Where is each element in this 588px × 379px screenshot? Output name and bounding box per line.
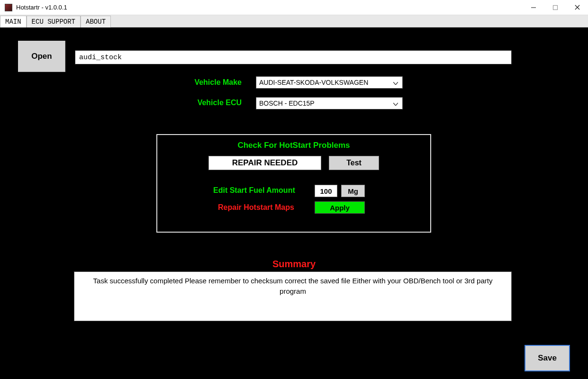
hotstart-group-title: Check For HotStart Problems — [157, 141, 430, 150]
window-title: Hotstartr - v1.0.0.1 — [16, 4, 67, 11]
vehicle-ecu-select[interactable]: BOSCH - EDC15P — [256, 97, 403, 109]
summary-title: Summary — [0, 259, 588, 270]
chevron-down-icon — [392, 99, 399, 107]
tab-strip: MAIN ECU SUPPORT ABOUT — [0, 15, 588, 27]
titlebar: Hotstartr - v1.0.0.1 — [0, 0, 588, 15]
apply-button[interactable]: Apply — [315, 201, 365, 214]
chevron-down-icon — [392, 79, 399, 86]
hotstart-group: Check For HotStart Problems REPAIR NEEDE… — [156, 134, 431, 233]
vehicle-ecu-value: BOSCH - EDC15P — [259, 99, 392, 107]
vehicle-make-label: Vehicle Make — [142, 78, 242, 87]
file-path-input[interactable] — [75, 50, 512, 64]
vehicle-make-value: AUDI-SEAT-SKODA-VOLKSWAGEN — [259, 79, 392, 86]
window-controls — [523, 0, 588, 15]
edit-fuel-label: Edit Start Fuel Amount — [213, 186, 295, 195]
summary-text: Task successfully completed Please remem… — [74, 271, 512, 321]
open-button[interactable]: Open — [18, 41, 65, 72]
app-icon — [5, 4, 12, 11]
tab-main[interactable]: MAIN — [0, 16, 27, 27]
repair-status-display: REPAIR NEEDED — [208, 156, 321, 170]
minimize-button[interactable] — [523, 0, 544, 15]
tab-ecu-support[interactable]: ECU SUPPORT — [27, 16, 81, 27]
tab-about[interactable]: ABOUT — [81, 16, 111, 27]
mg-button[interactable]: Mg — [341, 185, 365, 197]
maximize-button[interactable] — [544, 0, 566, 15]
fuel-amount-input[interactable] — [315, 185, 337, 197]
vehicle-ecu-label: Vehicle ECU — [142, 99, 242, 107]
main-panel: Open Vehicle Make AUDI-SEAT-SKODA-VOLKSW… — [0, 27, 588, 379]
svg-rect-1 — [553, 5, 558, 9]
test-button[interactable]: Test — [329, 156, 379, 170]
repair-maps-label: Repair Hotstart Maps — [218, 203, 294, 212]
save-button[interactable]: Save — [525, 345, 570, 371]
vehicle-make-select[interactable]: AUDI-SEAT-SKODA-VOLKSWAGEN — [256, 76, 403, 89]
close-button[interactable] — [566, 0, 588, 15]
